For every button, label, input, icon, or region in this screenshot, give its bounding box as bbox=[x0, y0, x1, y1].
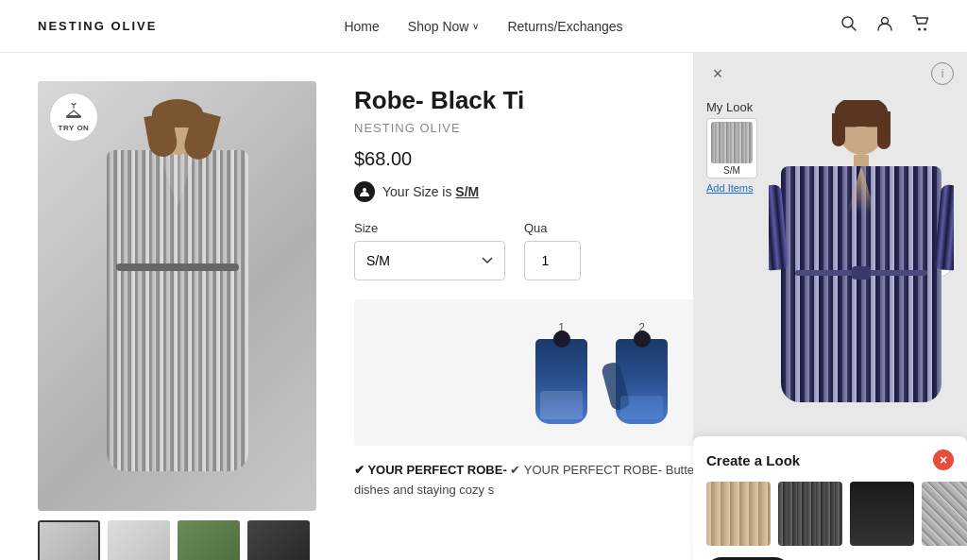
thumbnail-2[interactable] bbox=[108, 520, 170, 560]
my-look-size: S/M bbox=[723, 165, 740, 176]
look-item-image-2 bbox=[778, 482, 842, 546]
site-header: NESTING OLIVE Home Shop Now ∨ Returns/Ex… bbox=[0, 0, 967, 53]
instruction-step-1: 1 bbox=[535, 321, 587, 424]
svg-point-3 bbox=[918, 28, 921, 31]
size-rec-text: Your Size is S/M bbox=[382, 184, 479, 199]
search-icon[interactable] bbox=[840, 15, 857, 37]
nav-shop-now[interactable]: Shop Now ∨ bbox=[408, 19, 480, 34]
thumbnail-1[interactable] bbox=[38, 520, 100, 560]
cart-icon[interactable] bbox=[912, 15, 929, 37]
size-select[interactable]: S/M XS/S M/L L/XL bbox=[354, 241, 505, 280]
thumbnail-row bbox=[38, 520, 316, 560]
quantity-selector-group: Qua bbox=[524, 221, 581, 280]
look-item-4[interactable] bbox=[922, 482, 967, 546]
tryon-info-button[interactable]: i bbox=[931, 62, 954, 85]
main-product-image: TRY ON bbox=[38, 81, 316, 511]
create-look-title: Create a Look bbox=[706, 452, 800, 468]
size-label: Size bbox=[354, 221, 505, 235]
try-on-label: TRY ON bbox=[59, 124, 90, 132]
svg-point-6 bbox=[363, 188, 366, 192]
instruction-step-2: 2 bbox=[616, 321, 668, 424]
create-look-header: Create a Look × bbox=[706, 450, 954, 470]
chevron-down-icon: ∨ bbox=[472, 21, 479, 31]
thumbnail-image-4 bbox=[247, 520, 310, 560]
my-look-section: My Look S/M Add Items bbox=[693, 94, 967, 436]
look-item-1[interactable] bbox=[706, 482, 771, 546]
tryon-overlay: × i My Look S/M Add Items bbox=[693, 53, 967, 560]
create-look-close-button[interactable]: × bbox=[933, 450, 954, 470]
header-icon-group bbox=[840, 15, 929, 37]
nav-returns[interactable]: Returns/Exchanges bbox=[507, 19, 622, 34]
site-logo[interactable]: NESTING OLIVE bbox=[38, 19, 157, 33]
my-look-label: My Look bbox=[706, 100, 757, 114]
size-selector-group: Size S/M XS/S M/L L/XL bbox=[354, 221, 505, 280]
avatar-container: › bbox=[769, 100, 954, 431]
quantity-label: Qua bbox=[524, 221, 581, 235]
look-item-image-3 bbox=[850, 482, 914, 546]
look-item-2[interactable] bbox=[778, 482, 842, 546]
svg-rect-5 bbox=[66, 115, 81, 118]
quantity-input[interactable] bbox=[524, 241, 581, 280]
nav-home[interactable]: Home bbox=[344, 19, 379, 34]
look-item-image-1 bbox=[706, 482, 771, 546]
look-item-3[interactable] bbox=[850, 482, 914, 546]
try-on-button[interactable]: TRY ON bbox=[49, 93, 98, 142]
hanger-icon bbox=[65, 103, 82, 122]
product-images-section: TRY ON bbox=[38, 81, 316, 560]
user-size-icon bbox=[354, 181, 375, 202]
svg-line-1 bbox=[852, 26, 857, 31]
tryon-close-button[interactable]: × bbox=[706, 62, 729, 85]
thumbnail-4[interactable] bbox=[247, 520, 310, 560]
my-look-thumbnail bbox=[711, 122, 753, 163]
thumbnail-image-2 bbox=[108, 520, 170, 560]
product-photo bbox=[38, 81, 316, 511]
my-look-item[interactable]: S/M bbox=[706, 118, 757, 178]
add-items-link[interactable]: Add Items bbox=[706, 182, 757, 194]
create-look-panel: Create a Look × › Dresses bbox=[693, 436, 967, 560]
look-item-image-4 bbox=[922, 482, 967, 546]
account-icon[interactable] bbox=[876, 15, 893, 37]
thumbnail-3[interactable] bbox=[178, 520, 240, 560]
thumbnail-image-3 bbox=[178, 520, 240, 560]
tryon-header: × i bbox=[693, 53, 967, 94]
look-items-row: › bbox=[706, 482, 954, 546]
my-look-panel: My Look S/M Add Items bbox=[706, 100, 757, 194]
avatar-figure bbox=[769, 100, 954, 402]
main-nav: Home Shop Now ∨ Returns/Exchanges bbox=[344, 19, 622, 34]
thumbnail-image-1 bbox=[40, 522, 98, 560]
svg-point-4 bbox=[924, 28, 926, 31]
